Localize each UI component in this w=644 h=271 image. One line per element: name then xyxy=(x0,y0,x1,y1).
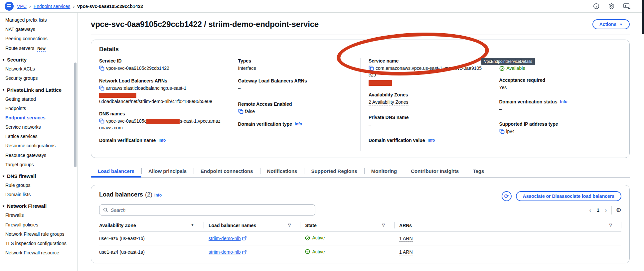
sidebar-section-security[interactable]: ▼Security xyxy=(0,53,77,64)
breadcrumb-endpoint-services[interactable]: Endpoint services xyxy=(34,4,71,9)
sidebar-item-target-groups[interactable]: Target groups xyxy=(0,160,77,169)
sidebar-item-resource-configurations[interactable]: Resource configurations xyxy=(0,141,77,150)
copy-icon[interactable] xyxy=(99,85,104,92)
arn-popover-link[interactable]: 1 ARN xyxy=(399,249,412,255)
sidebar-item-endpoints[interactable]: Endpoints xyxy=(0,104,77,113)
cell-availability-zone: use1-az6 (us-east-1b) xyxy=(99,231,204,245)
table-preferences-gear-icon[interactable]: ⚙ xyxy=(616,207,621,213)
sidebar-item-security-groups[interactable]: Security groups xyxy=(0,73,77,83)
info-link[interactable]: Info xyxy=(154,193,162,198)
tab-endpoint-connections[interactable]: Endpoint connections xyxy=(194,166,260,177)
sidebar-item-peering-connections[interactable]: Peering connections xyxy=(0,34,77,43)
filter-icon[interactable]: ▽ xyxy=(609,223,612,227)
column-header-arns[interactable]: ARNs▽ xyxy=(394,220,621,231)
sidebar-item-firewalls[interactable]: Firewalls xyxy=(0,210,77,220)
table-row: use1-az4 (us-east-1a) striim-demo-nlb Ac… xyxy=(99,245,621,256)
tab-bar: Load balancers Allow principals Endpoint… xyxy=(91,166,630,178)
tab-contributor-insights[interactable]: Contributor Insights xyxy=(404,166,466,177)
breadcrumb-vpc[interactable]: VPC xyxy=(17,4,27,9)
sidebar-item-getting-started[interactable]: Getting started xyxy=(0,94,77,104)
field-remote-access: Remote Access Enabled false xyxy=(238,101,353,115)
check-circle-icon xyxy=(305,235,310,240)
field-service-name: Service name com.amazonaws.vpce.us-east-… xyxy=(369,58,484,86)
sidebar-item-rule-groups[interactable]: Rule groups xyxy=(0,181,77,190)
tab-monitoring[interactable]: Monitoring xyxy=(364,166,404,177)
details-panel: Details Service ID vpce-svc-0aa9105c29cc… xyxy=(91,40,630,158)
sidebar-item-nat-gateways[interactable]: NAT gateways xyxy=(0,25,77,34)
info-link[interactable]: Info xyxy=(158,138,166,143)
actions-button[interactable]: Actions ▼ xyxy=(592,19,630,29)
tab-load-balancers[interactable]: Load balancers xyxy=(91,166,141,177)
pagination-page-number[interactable]: 1 xyxy=(596,207,600,213)
window-edge xyxy=(642,0,644,34)
sidebar-section-network-firewall[interactable]: ▼Network Firewall xyxy=(0,199,77,210)
sidebar-item-domain-lists[interactable]: Domain lists xyxy=(0,190,77,199)
breadcrumb-separator-icon: › xyxy=(73,3,75,9)
arn-popover-link[interactable]: 1 ARN xyxy=(399,236,412,242)
hamburger-menu-icon[interactable] xyxy=(5,2,14,11)
copy-icon[interactable] xyxy=(238,109,243,115)
tab-notifications[interactable]: Notifications xyxy=(260,166,304,177)
refresh-button[interactable]: ⟳ xyxy=(502,191,512,201)
pagination-next-icon[interactable]: › xyxy=(605,206,607,213)
settings-icon[interactable] xyxy=(608,3,615,10)
sidebar-item-resource-gateways[interactable]: Resource gateways xyxy=(0,151,77,160)
field-domain-verification-type: Domain verification typeInfo – xyxy=(238,121,353,135)
tab-tags[interactable]: Tags xyxy=(466,166,491,177)
external-link-icon xyxy=(242,250,246,254)
copy-icon[interactable] xyxy=(99,66,104,72)
check-circle-icon xyxy=(499,66,505,71)
sidebar-section-privatelink[interactable]: ▼PrivateLink and Lattice xyxy=(0,83,77,94)
sidebar-item-service-networks[interactable]: Service networks xyxy=(0,122,77,132)
pagination-prev-icon[interactable]: ‹ xyxy=(589,206,591,213)
tab-supported-regions[interactable]: Supported Regions xyxy=(304,166,364,177)
state-active-badge: Active xyxy=(305,249,325,254)
sidebar-item-tls-inspection[interactable]: TLS inspection configurations xyxy=(0,239,77,248)
sidebar-item-route-servers[interactable]: Route serversNew xyxy=(0,44,77,53)
copy-icon[interactable] xyxy=(499,129,505,135)
field-nlb-arns: Network Load Balancers ARNs arn:aws:elas… xyxy=(99,78,223,105)
load-balancer-link[interactable]: striim-demo-nlb xyxy=(209,236,246,241)
search-icon xyxy=(103,207,108,212)
sidebar-item-lattice-services[interactable]: Lattice services xyxy=(0,132,77,141)
tab-allow-principals[interactable]: Allow principals xyxy=(141,166,194,177)
info-circle-icon[interactable] xyxy=(593,3,599,9)
column-header-availability-zone[interactable]: Availability Zone▼ xyxy=(99,220,204,231)
availability-zones-popover[interactable]: 2 Availability Zones xyxy=(369,99,408,105)
copy-icon[interactable] xyxy=(369,66,374,72)
field-dns-names: DNS names vpce-svc-0aa9105cs-east-1.vpce… xyxy=(99,111,223,131)
check-circle-icon xyxy=(305,249,310,254)
table-row: use1-az6 (us-east-1b) striim-demo-nlb Ac… xyxy=(99,231,621,245)
copy-icon[interactable] xyxy=(99,118,104,125)
caret-down-icon: ▼ xyxy=(2,175,5,178)
cloudshell-icon[interactable] xyxy=(623,3,631,9)
page-title: vpce-svc-0aa9105c29ccb1422 / striim-demo… xyxy=(91,20,319,29)
redaction-box xyxy=(146,119,180,124)
info-link[interactable]: Info xyxy=(560,99,567,104)
sidebar-item-network-acls[interactable]: Network ACLs xyxy=(0,64,77,73)
sidebar-item-nfw-rule-groups[interactable]: Network Firewall rule groups xyxy=(0,229,77,239)
sidebar-scrollbar[interactable] xyxy=(74,63,77,167)
filter-icon[interactable]: ▽ xyxy=(288,223,291,227)
sidebar-item-firewall-policies[interactable]: Firewall policies xyxy=(0,220,77,229)
caret-down-icon: ▼ xyxy=(2,58,5,62)
load-balancer-link[interactable]: striim-demo-nlb xyxy=(209,249,246,255)
info-link[interactable]: Info xyxy=(428,138,435,143)
sidebar-item-managed-prefix-lists[interactable]: Managed prefix lists xyxy=(0,15,77,25)
search-field[interactable] xyxy=(111,207,311,213)
column-header-load-balancer-names[interactable]: Load balancer names▽ xyxy=(204,220,300,231)
filter-icon[interactable]: ▽ xyxy=(382,223,385,227)
caret-down-icon: ▼ xyxy=(619,23,623,26)
load-balancers-table: Availability Zone▼ Load balancer names▽ … xyxy=(99,220,621,256)
associate-disassociate-button[interactable]: Associate or Disassociate load balancers xyxy=(516,191,621,201)
sidebar-item-nfw-resource[interactable]: Network Firewall resource xyxy=(0,248,77,257)
field-supported-ip-type: Supported IP address type ipv4 xyxy=(499,121,614,135)
state-available-badge: Available xyxy=(499,65,526,72)
column-header-state[interactable]: State▽ xyxy=(300,220,394,231)
toolbar-divider xyxy=(611,206,612,214)
sidebar-item-endpoint-services[interactable]: Endpoint services xyxy=(0,113,77,122)
sidebar-section-dns-firewall[interactable]: ▼DNS firewall xyxy=(0,169,77,181)
search-input[interactable] xyxy=(99,204,315,215)
sort-icon[interactable]: ▼ xyxy=(191,223,194,227)
info-link[interactable]: Info xyxy=(295,122,302,126)
